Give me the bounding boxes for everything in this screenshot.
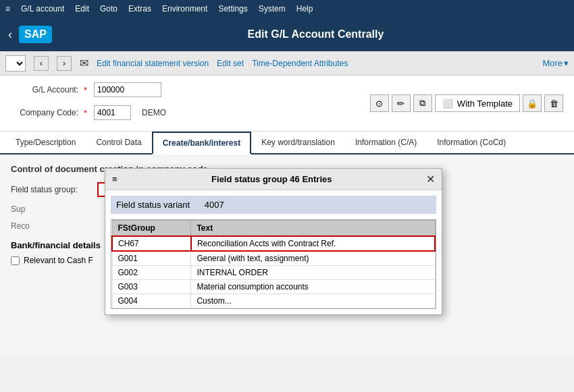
cell-fstgroup: G001 (112, 251, 191, 266)
time-dependent-link[interactable]: Time-Dependent Attributes (252, 59, 348, 68)
field-status-popup: ≡ Field status group 46 Entries ✕ Field … (105, 168, 442, 315)
table-row[interactable]: G002INTERNAL ORDER (112, 266, 435, 280)
cell-text: General (with text, assignment) (191, 251, 435, 266)
entries-table-container[interactable]: FStGroup Text CH67Reconciliation Accts w… (111, 219, 436, 309)
table-row[interactable]: G001General (with text, assignment) (112, 251, 435, 266)
more-label: More (542, 58, 563, 68)
menu-item-help[interactable]: Help (296, 4, 313, 13)
menu-bar: ≡ G/L account Edit Goto Extras Environme… (0, 0, 574, 18)
cell-fstgroup: G002 (112, 266, 191, 280)
cell-fstgroup: CH67 (112, 236, 191, 251)
variant-row: Field status variant 4007 (111, 196, 436, 214)
cell-text: Reconciliation Accts with Contract Ref. (191, 236, 435, 251)
popup-header: ≡ Field status group 46 Entries ✕ (105, 169, 442, 190)
cell-fstgroup: G004 (112, 294, 191, 308)
tab-keyword-translation[interactable]: Key word/translation (251, 132, 345, 155)
gl-account-label: G/L Account: (11, 85, 78, 94)
sap-logo: SAP (19, 26, 52, 43)
gl-account-input[interactable] (94, 82, 161, 97)
company-code-input[interactable] (94, 105, 131, 120)
cell-text: INTERNAL ORDER (191, 266, 435, 280)
company-code-label: Company Code: (11, 108, 78, 117)
tabs-bar: Type/Description Control Data Create/ban… (0, 132, 574, 155)
edit-financial-link[interactable]: Edit financial statement version (97, 59, 209, 68)
menu-item-glaccount[interactable]: G/L account (21, 4, 64, 13)
sup-label: Sup (11, 204, 25, 214)
cell-fstgroup: G003 (112, 280, 191, 294)
more-button[interactable]: More ▾ (542, 58, 569, 68)
lock-button[interactable]: 🔒 (523, 94, 542, 112)
tab-information-cocd[interactable]: Information (CoCd) (427, 132, 516, 155)
entries-table: FStGroup Text CH67Reconciliation Accts w… (111, 220, 436, 308)
variant-label: Field status variant (116, 200, 190, 210)
variant-value: 4007 (205, 200, 224, 210)
toolbar-dropdown[interactable] (5, 55, 26, 72)
page-title: Edit G/L Account Centrally (66, 28, 566, 40)
with-template-button[interactable]: ⬜ With Template (435, 94, 520, 112)
menu-item-edit[interactable]: Edit (75, 4, 89, 13)
email-icon[interactable]: ✉ (80, 57, 88, 69)
template-label: With Template (457, 99, 513, 109)
cell-text: Custom... (191, 294, 435, 308)
popup-close-button[interactable]: ✕ (426, 173, 435, 186)
table-row[interactable]: CH67Reconciliation Accts with Contract R… (112, 236, 435, 251)
main-content: Control of document creation in company … (0, 155, 574, 357)
trash-button[interactable]: 🗑 (544, 94, 563, 112)
popup-body: Field status variant 4007 FStGroup Text … (105, 190, 442, 314)
tab-control-data[interactable]: Control Data (86, 132, 151, 155)
edit-set-link[interactable]: Edit set (217, 59, 244, 68)
icon-buttons-group: ⊙ ✏ ⧉ ⬜ With Template 🔒 🗑 (370, 94, 563, 112)
display-icon-button[interactable]: ⊙ (370, 94, 389, 112)
header: ‹ SAP Edit G/L Account Centrally (0, 18, 574, 51)
col-header-text: Text (191, 221, 435, 237)
popup-title: Field status group 46 Entries (123, 174, 421, 184)
form-area: G/L Account: * Company Code: * DEMO ⊙ ✏ … (0, 76, 574, 132)
nav-right-button[interactable]: › (57, 56, 72, 71)
gl-required-star: * (84, 85, 87, 95)
edit-icon-button[interactable]: ✏ (392, 94, 411, 112)
company-required-star: * (84, 108, 87, 118)
nav-left-button[interactable]: ‹ (34, 56, 49, 71)
tab-type-description[interactable]: Type/Description (5, 132, 86, 155)
menu-item-environment[interactable]: Environment (162, 4, 207, 13)
demo-text: DEMO (142, 108, 166, 117)
cell-text: Material consumption accounts (191, 280, 435, 294)
menu-item-goto[interactable]: Goto (100, 4, 118, 13)
more-arrow-icon: ▾ (564, 58, 569, 68)
template-icon: ⬜ (442, 99, 453, 109)
toolbar: ‹ › ✉ Edit financial statement version E… (0, 51, 574, 76)
table-row[interactable]: G004Custom... (112, 294, 435, 308)
copy-icon-button[interactable]: ⧉ (413, 94, 432, 112)
cash-flow-label: Relevant to Cash F (24, 256, 93, 265)
menu-item-settings[interactable]: Settings (218, 4, 247, 13)
tab-create-bank-interest[interactable]: Create/bank/interest (152, 132, 251, 155)
tab-information-ca[interactable]: Information (C/A) (345, 132, 427, 155)
col-header-fstgroup: FStGroup (112, 221, 191, 237)
field-status-group-label: Field status group: (11, 185, 92, 194)
popup-menu-icon[interactable]: ≡ (112, 174, 118, 184)
back-button[interactable]: ‹ (8, 28, 12, 42)
table-row[interactable]: G003Material consumption accounts (112, 280, 435, 294)
hamburger-icon[interactable]: ≡ (5, 4, 10, 13)
menu-item-extras[interactable]: Extras (128, 4, 151, 13)
reco-label: Reco (11, 221, 30, 231)
menu-item-system[interactable]: System (259, 4, 286, 13)
cash-flow-checkbox[interactable] (11, 256, 20, 265)
